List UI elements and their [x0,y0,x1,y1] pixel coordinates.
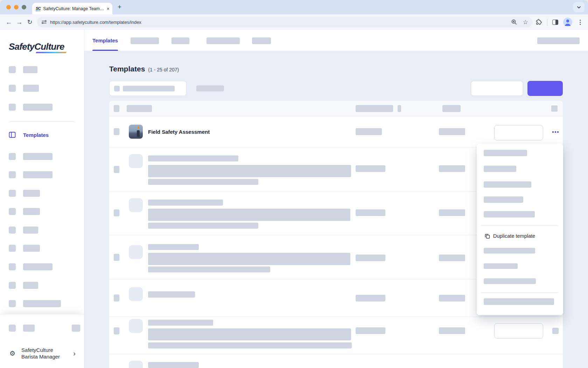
tab-templates[interactable]: Templates [92,30,118,51]
organization-name: SafetyCultureBarista Manager [21,347,73,360]
template-name[interactable]: Field Safety Assessment [148,129,210,135]
sidebar-item-skeleton [9,190,40,197]
tab-skeleton [172,37,189,44]
sidebar-item-skeleton [9,282,38,289]
cell-skeleton [439,128,465,135]
sidebar-item-skeleton [9,245,40,252]
tab-search-button[interactable] [573,2,584,12]
row-checkbox-skeleton[interactable] [114,254,119,261]
table-row[interactable]: Field Safety Assessment [109,116,563,147]
sidebar-item-skeleton [9,227,38,234]
tab-skeleton [206,37,240,44]
column-header-skeleton [127,105,152,112]
cell-skeleton [356,209,385,216]
row-checkbox-skeleton[interactable] [114,327,119,334]
cell-skeleton [356,165,385,172]
search-input[interactable] [109,81,187,96]
chevron-down-icon [577,6,581,9]
cell-skeleton [148,165,351,177]
header-action-skeleton [537,37,580,44]
window-close-button[interactable] [6,5,11,9]
row-checkbox-skeleton[interactable] [114,128,119,135]
cell-skeleton [439,209,465,216]
window-minimize-button[interactable] [14,5,19,9]
forward-icon[interactable]: → [14,17,24,27]
search-placeholder-skeleton [123,86,175,91]
tab-close-icon[interactable]: × [107,6,110,12]
sidebar-item-label: Templates [23,132,49,138]
row-action-button-skeleton[interactable] [494,323,543,339]
menu-item-duplicate-template[interactable]: Duplicate template [477,230,563,242]
extensions-icon[interactable] [535,19,542,26]
cell-skeleton [356,255,385,261]
row-more-skeleton [552,328,559,334]
menu-item-skeleton [484,278,536,284]
row-context-menu: Duplicate template [477,144,563,315]
row-checkbox-skeleton[interactable] [114,166,119,173]
sidebar-item-templates[interactable]: Templates [9,132,49,138]
table-header [109,101,563,116]
menu-item-skeleton [484,196,523,203]
browser-tab[interactable]: SC SafetyCulture: Manage Teams and... × [32,3,112,14]
cell-skeleton [148,155,238,161]
sort-icon-skeleton [398,105,401,112]
menu-item-skeleton [484,298,554,305]
bookmark-star-icon[interactable]: ☆ [523,19,528,25]
tab-label: Templates [92,37,118,43]
sidebar-bottom-panel: ⚙ SafetyCultureBarista Manager › [0,314,84,368]
menu-item-skeleton [484,166,516,172]
duplicate-icon [484,233,490,239]
sidebar-item-skeleton [9,66,37,73]
secondary-button-skeleton[interactable] [471,81,523,96]
sidebar-item-skeleton [9,171,52,178]
cell-skeleton [148,342,352,348]
cell-skeleton [148,320,213,326]
cell-skeleton [148,266,270,272]
back-icon[interactable]: ← [4,17,14,27]
sidebar-item-skeleton [9,263,52,270]
browser-window: SC SafetyCulture: Manage Teams and... × … [0,0,588,368]
table-row[interactable] [109,317,563,354]
row-action-button-skeleton[interactable] [494,125,543,140]
thumbnail-skeleton [129,319,143,333]
new-tab-button[interactable]: + [118,3,121,11]
cell-skeleton [439,255,465,261]
thumbnail-skeleton [129,198,143,212]
cell-skeleton [148,328,351,340]
sidebar-item-skeleton [9,300,61,307]
organization-switcher[interactable]: ⚙ SafetyCultureBarista Manager › [0,342,84,364]
browser-menu-icon[interactable]: ⋮ [577,19,583,26]
cell-skeleton [356,128,382,135]
site-info-icon[interactable] [41,19,47,25]
cell-skeleton [148,253,350,265]
sidebar-badge-skeleton [72,325,80,332]
row-checkbox-skeleton[interactable] [114,294,119,301]
gear-icon: ⚙ [9,349,15,357]
table-row[interactable] [109,354,563,368]
zoom-icon[interactable] [511,19,517,25]
profile-avatar-icon[interactable] [563,18,572,27]
table-settings-skeleton [551,105,558,112]
column-header-skeleton [442,105,461,112]
tab-title: SafetyCulture: Manage Teams and... [43,6,105,11]
sidebar-item-skeleton [9,153,52,160]
thumbnail-skeleton [129,154,143,168]
cell-skeleton [439,165,465,172]
filter-skeleton [196,85,224,91]
menu-item-label: Duplicate template [493,233,535,239]
row-more-menu-button[interactable] [552,131,559,133]
create-template-button[interactable] [527,81,563,96]
url-bar[interactable]: https://app.safetyculture.com/templates/… [37,17,532,27]
cell-skeleton [356,295,385,301]
window-controls [6,5,26,9]
cell-skeleton [439,327,465,334]
window-zoom-button[interactable] [22,5,26,9]
reload-icon[interactable]: ↻ [24,17,35,27]
row-checkbox-skeleton[interactable] [114,209,119,216]
side-panel-icon[interactable] [552,20,558,25]
select-all-checkbox-skeleton[interactable] [114,105,119,112]
toolbar-divider [547,19,547,26]
menu-item-skeleton [484,150,527,156]
thumbnail-skeleton [129,245,143,259]
cell-skeleton [148,179,258,185]
